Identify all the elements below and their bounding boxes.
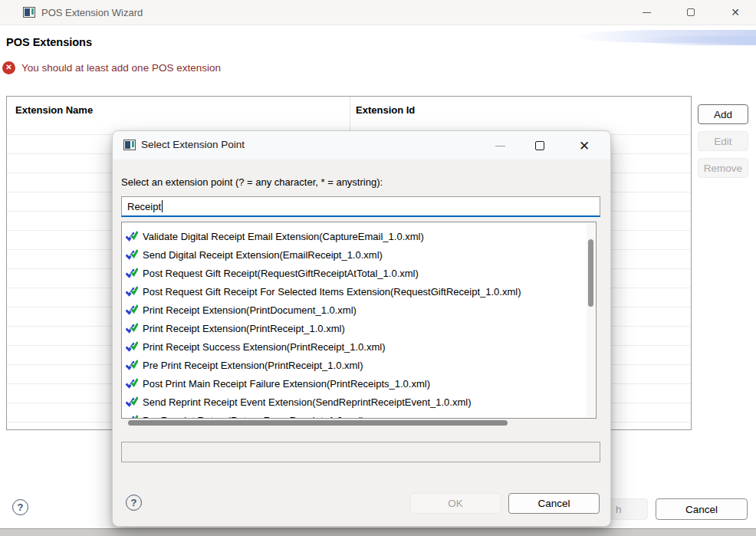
finish-button-visible-text: h [616,504,622,515]
dialog-titlebar[interactable]: Select Extension Point ✕ [113,131,610,159]
extension-point-label: Post Request Gift Receipt(RequestGiftRec… [143,268,419,279]
vertical-scrollbar-thumb[interactable] [588,239,593,307]
status-box [121,442,600,462]
window-bottom-edge [0,528,756,536]
filter-input-value: Receipt [127,201,161,212]
dialog-help-icon: ? [131,497,137,508]
maximize-icon [687,8,695,16]
filter-input[interactable]: Receipt [121,196,600,217]
error-message: You should at least add one POS extensio… [21,62,221,74]
extension-point-icon [126,304,138,316]
extension-point-label: Pre Receipt Return(Return From Receipt_1… [143,415,364,419]
dialog-close-button[interactable]: ✕ [568,133,600,158]
extension-point-icon [126,267,138,279]
dialog-window-icon [123,140,136,150]
wizard-banner: POS Extensions ✕ You should at least add… [0,26,756,81]
dialog-maximize-icon [535,141,544,150]
list-item[interactable]: Pre Receipt Return(Return From Receipt_1… [122,411,596,419]
dialog-cancel-button[interactable]: Cancel [508,493,600,514]
extension-point-icon [126,230,138,242]
main-window-titlebar[interactable]: POS Extension Wizard ✕ [0,0,756,25]
list-item[interactable]: Validate Digital Receipt Email Extension… [122,227,596,245]
extension-point-icon [126,285,138,298]
column-header-extension-id[interactable]: Extension Id [356,104,415,116]
extension-point-icon [126,396,138,408]
list-item[interactable]: Print Receipt Extension(PrintDocument_1.… [122,301,596,319]
dialog-minimize-icon [495,146,505,146]
dialog-maximize-button[interactable] [524,133,556,158]
extension-point-label: Send Digital Receipt Extension(EmailRece… [143,249,383,261]
extension-point-icon [126,322,138,334]
main-window-title: POS Extension Wizard [41,7,143,18]
page-title: POS Extensions [6,36,92,48]
remove-button[interactable]: Remove [698,158,748,178]
extension-point-icon [126,377,138,390]
vertical-scrollbar[interactable] [587,223,595,417]
extension-point-list[interactable]: Validate Digital Receipt Email Extension… [121,222,597,419]
error-message-row: ✕ You should at least add one POS extens… [2,61,221,74]
edit-button[interactable]: Edit [698,131,748,151]
extension-point-label: Print Receipt Success Extension(PrintRec… [143,341,385,353]
list-item[interactable]: Post Request Gift Receipt For Selected I… [122,282,596,301]
dialog-title: Select Extension Point [141,139,245,150]
maximize-button[interactable] [673,0,708,25]
extension-point-list-items: Validate Digital Receipt Email Extension… [122,222,596,419]
column-header-extension-name[interactable]: Extension Name [15,104,93,116]
list-item[interactable]: Print Receipt Extension(PrintReceipt_1.0… [122,319,596,337]
list-item[interactable]: Post Request Gift Receipt(RequestGiftRec… [122,264,596,282]
select-extension-point-dialog: Select Extension Point ✕ Select an exten… [112,130,611,527]
error-icon: ✕ [2,61,15,74]
horizontal-scrollbar[interactable] [121,420,597,426]
dialog-help-button[interactable]: ? [126,495,142,511]
extension-point-label: Send Reprint Receipt Event Extension(Sen… [143,396,472,408]
app-window-icon [23,7,35,18]
dialog-close-icon: ✕ [579,140,590,153]
dialog-minimize-button[interactable] [484,133,516,158]
list-item[interactable]: Pre Print Receipt Extension(PrintReceipt… [122,356,596,374]
list-item[interactable]: Send Reprint Receipt Event Extension(Sen… [122,393,596,411]
extension-point-icon [126,340,138,353]
list-item[interactable]: Send Digital Receipt Extension(EmailRece… [122,245,596,264]
list-item[interactable]: Post Print Main Receipt Failure Extensio… [122,374,596,393]
extension-point-label: Post Print Main Receipt Failure Extensio… [143,378,430,390]
help-icon: ? [18,501,24,513]
extension-point-icon [126,359,138,371]
extension-point-label: Print Receipt Extension(PrintDocument_1.… [143,304,357,316]
close-icon: ✕ [731,7,740,18]
extensions-table-header[interactable]: Extension Name Extension Id [7,97,691,124]
extension-point-icon [126,248,138,261]
wizard-cancel-button[interactable]: Cancel [656,498,748,520]
horizontal-scrollbar-thumb[interactable] [128,420,508,426]
minimize-icon [643,12,651,13]
close-button[interactable]: ✕ [718,0,753,25]
list-item[interactable]: Print Receipt Success Extension(PrintRec… [122,337,596,356]
extension-point-icon [126,414,138,419]
extension-point-label: Validate Digital Receipt Email Extension… [143,231,424,242]
extension-point-prompt-label: Select an extension point (? = any chara… [121,176,383,188]
ok-button[interactable]: OK [410,493,501,514]
minimize-button[interactable] [629,0,664,25]
extension-point-label: Print Receipt Extension(PrintReceipt_1.0… [143,323,345,334]
add-button[interactable]: Add [698,104,748,124]
extension-point-label: Post Request Gift Receipt For Selected I… [143,286,521,298]
wizard-help-button[interactable]: ? [12,499,28,515]
extension-point-label: Pre Print Receipt Extension(PrintReceipt… [143,360,363,371]
text-caret [162,200,163,212]
banner-swoosh-decoration-2 [641,36,756,45]
